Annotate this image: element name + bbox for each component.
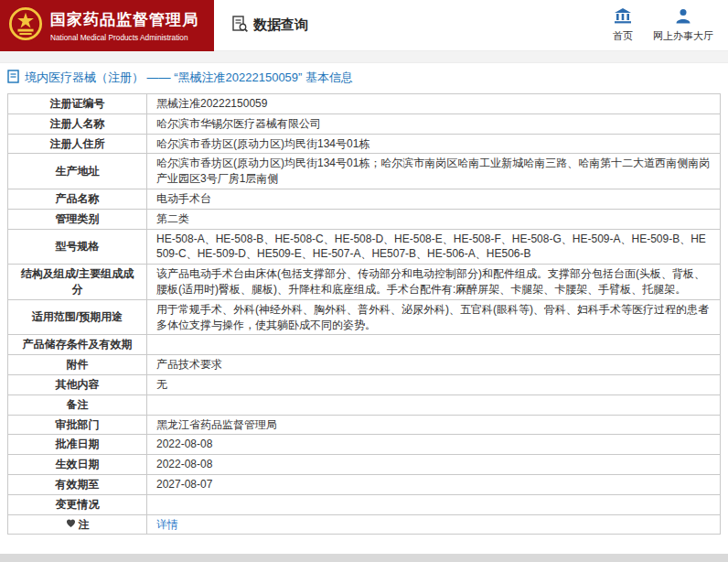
row-label: 结构及组成/主要组成成分 bbox=[8, 265, 147, 300]
row-value: 用于常规手术、外科(神经外科、胸外科、普外科、泌尿外科)、五官科(眼科等)、骨科… bbox=[147, 299, 721, 335]
nav-service-hall-label: 网上办事大厅 bbox=[653, 29, 713, 43]
row-value: 黑械注准20222150059 bbox=[147, 94, 721, 114]
details-link[interactable]: 详情 bbox=[156, 518, 178, 531]
row-value: 哈尔滨市香坊区(原动力区)均民街134号01栋 bbox=[147, 134, 721, 154]
header-nav: 首页 网上办事大厅 bbox=[613, 8, 728, 43]
nav-item-service-hall[interactable]: 网上办事大厅 bbox=[653, 8, 713, 43]
table-row: 附件产品技术要求 bbox=[8, 355, 721, 375]
row-label: 注册证编号 bbox=[8, 94, 147, 114]
table-row: 生产地址哈尔滨市香坊区(原动力区)均民街134号01栋；哈尔滨市南岗区哈南工业新… bbox=[8, 154, 721, 189]
row-value: 2027-08-07 bbox=[147, 474, 721, 494]
row-label: 生效日期 bbox=[8, 455, 147, 475]
table-row: 生效日期2022-08-08 bbox=[8, 455, 721, 475]
table-row: 变更情况 bbox=[8, 494, 721, 514]
document-icon bbox=[7, 70, 19, 86]
org-names: 国家药品监督管理局 National Medical Products Admi… bbox=[50, 9, 200, 42]
table-row: 注册人名称哈尔滨市华锡尔医疗器械有限公司 bbox=[8, 113, 721, 134]
table-row: 注册证编号黑械注准20222150059 bbox=[8, 94, 721, 114]
row-label: 生产地址 bbox=[8, 154, 147, 189]
row-label: 变更情况 bbox=[8, 494, 147, 514]
table-row: 型号规格HE-508-A、HE-508-B、HE-508-C、HE-508-D、… bbox=[8, 229, 721, 265]
note-label: 注 bbox=[79, 517, 90, 533]
header: 国家药品监督管理局 National Medical Products Admi… bbox=[0, 0, 728, 51]
row-value: 产品技术要求 bbox=[147, 355, 721, 375]
row-label: 产品储存条件及有效期 bbox=[8, 335, 147, 355]
breadcrumb: 境内医疗器械（注册） —— “黑械注准20222150059” 基本信息 bbox=[0, 63, 728, 92]
data-query-label: 数据查询 bbox=[253, 16, 308, 34]
row-value: 哈尔滨市香坊区(原动力区)均民街134号01栋；哈尔滨市南岗区哈南工业新城哈南三… bbox=[147, 154, 721, 189]
row-label: 型号规格 bbox=[8, 229, 147, 265]
table-row: 其他内容无 bbox=[8, 374, 721, 394]
table-row: 产品名称电动手术台 bbox=[8, 189, 721, 209]
page: 国家药品监督管理局 National Medical Products Admi… bbox=[0, 0, 728, 562]
row-label: 批准日期 bbox=[8, 435, 147, 455]
row-label: 审批部门 bbox=[8, 415, 147, 435]
row-label: 管理类别 bbox=[8, 209, 147, 229]
row-label: 其他内容 bbox=[8, 374, 147, 394]
row-value: 哈尔滨市华锡尔医疗器械有限公司 bbox=[147, 113, 721, 134]
row-label: 有效期至 bbox=[8, 474, 147, 494]
table-row: 结构及组成/主要组成成分该产品电动手术台由床体(包括支撑部分、传动部分和电动控制… bbox=[8, 265, 721, 300]
nav-item-home[interactable]: 首页 bbox=[613, 8, 633, 43]
row-label: 注册人住所 bbox=[8, 134, 147, 154]
org-title: 国家药品监督管理局 bbox=[50, 9, 200, 30]
info-table: 注册证编号黑械注准20222150059 注册人名称哈尔滨市华锡尔医疗器械有限公… bbox=[7, 93, 721, 535]
nmpa-logo-block[interactable]: 国家药品监督管理局 National Medical Products Admi… bbox=[0, 0, 214, 51]
table-row: 批准日期2022-08-08 bbox=[8, 435, 721, 455]
row-value: HE-508-A、HE-508-B、HE-508-C、HE-508-D、HE-5… bbox=[147, 229, 721, 265]
row-label: 附件 bbox=[8, 355, 147, 375]
header-divider-band bbox=[0, 51, 728, 63]
row-label: 注 bbox=[8, 514, 147, 535]
row-value bbox=[147, 394, 721, 415]
row-label: 适用范围/预期用途 bbox=[8, 299, 147, 335]
service-hall-icon bbox=[675, 8, 691, 26]
table-row: 审批部门黑龙江省药品监督管理局 bbox=[8, 415, 721, 435]
row-label: 注册人名称 bbox=[8, 113, 147, 134]
footer-band bbox=[0, 554, 728, 562]
row-value: 详情 bbox=[147, 514, 721, 535]
row-value: 该产品电动手术台由床体(包括支撑部分、传动部分和电动控制部分)和配件组成。支撑部… bbox=[147, 265, 721, 300]
row-value bbox=[147, 494, 721, 514]
national-emblem-icon bbox=[8, 6, 43, 45]
row-value: 黑龙江省药品监督管理局 bbox=[147, 415, 721, 435]
table-row: 产品储存条件及有效期 bbox=[8, 335, 721, 355]
table-row: 适用范围/预期用途用于常规手术、外科(神经外科、胸外科、普外科、泌尿外科)、五官… bbox=[8, 299, 721, 335]
row-value bbox=[147, 335, 721, 355]
table-row: 管理类别第二类 bbox=[8, 209, 721, 229]
row-value: 2022-08-08 bbox=[147, 435, 721, 455]
page-title: 境内医疗器械（注册） —— “黑械注准20222150059” 基本信息 bbox=[25, 70, 353, 86]
note-icon bbox=[66, 517, 76, 533]
table-row: 注册人住所哈尔滨市香坊区(原动力区)均民街134号01栋 bbox=[8, 134, 721, 154]
table-row: 有效期至2027-08-07 bbox=[8, 474, 721, 494]
row-label: 产品名称 bbox=[8, 189, 147, 209]
row-value: 2022-08-08 bbox=[147, 455, 721, 475]
table-row: 注 详情 bbox=[8, 514, 721, 535]
org-subtitle: National Medical Products Administration bbox=[50, 33, 187, 41]
data-query-icon bbox=[230, 15, 249, 36]
row-value: 无 bbox=[147, 374, 721, 394]
table-row: 备注 bbox=[8, 394, 721, 415]
nav-home-label: 首页 bbox=[613, 29, 633, 43]
home-icon bbox=[614, 8, 632, 26]
row-value: 第二类 bbox=[147, 209, 721, 229]
data-query-nav[interactable]: 数据查询 bbox=[230, 15, 308, 36]
row-value: 电动手术台 bbox=[147, 189, 721, 209]
row-label: 备注 bbox=[8, 394, 147, 415]
